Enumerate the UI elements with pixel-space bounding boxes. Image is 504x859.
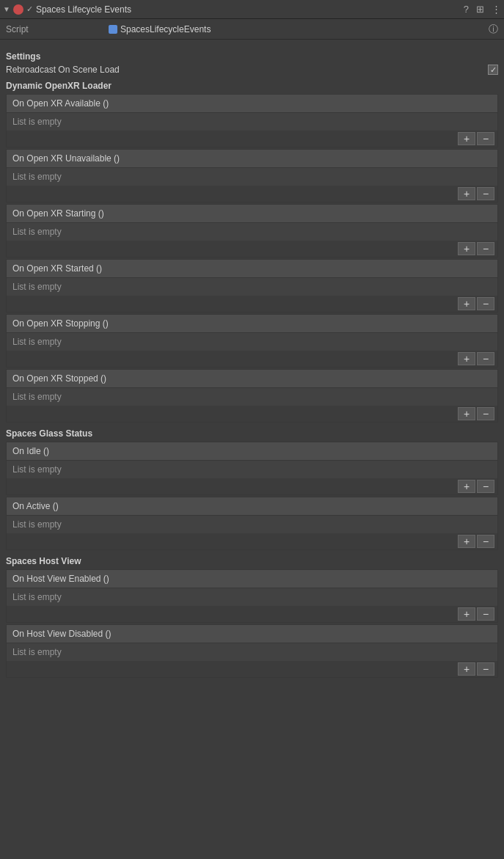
event-empty-on-host-view-enabled: List is empty	[7, 588, 497, 606]
add-button-on-open-xr-starting[interactable]: +	[458, 242, 475, 255]
remove-button-on-host-view-enabled[interactable]: −	[477, 607, 494, 621]
add-button-on-open-xr-stopped[interactable]: +	[458, 407, 475, 420]
event-empty-on-open-xr-stopping: List is empty	[7, 333, 497, 351]
event-controls-on-open-xr-stopped: +−	[7, 406, 497, 422]
event-group-on-open-xr-starting: On Open XR Starting ()List is empty+−	[6, 204, 498, 257]
event-empty-on-open-xr-started: List is empty	[7, 278, 497, 296]
remove-button-on-open-xr-stopped[interactable]: −	[477, 407, 494, 420]
event-controls-on-open-xr-unavailable: +−	[7, 186, 497, 202]
event-empty-on-open-xr-starting: List is empty	[7, 223, 497, 241]
script-name[interactable]: SpacesLifecycleEvents	[120, 24, 211, 34]
event-header-on-idle: On Idle ()	[7, 442, 497, 461]
event-header-on-open-xr-unavailable: On Open XR Unavailable ()	[7, 150, 497, 168]
help-icon[interactable]: ?	[464, 4, 469, 15]
event-header-on-active: On Active ()	[7, 497, 497, 516]
script-row: Script SpacesLifecycleEvents ⓘ	[0, 19, 504, 40]
rebroadcast-checkbox[interactable]	[488, 65, 498, 75]
remove-button-on-open-xr-stopping[interactable]: −	[477, 352, 494, 365]
add-button-on-host-view-enabled[interactable]: +	[458, 607, 475, 621]
event-header-on-open-xr-available: On Open XR Available ()	[7, 95, 497, 113]
event-group-on-open-xr-stopping: On Open XR Stopping ()List is empty+−	[6, 314, 498, 368]
event-header-on-open-xr-started: On Open XR Started ()	[7, 260, 497, 278]
remove-button-on-open-xr-starting[interactable]: −	[477, 242, 494, 255]
event-group-on-open-xr-stopped: On Open XR Stopped ()List is empty+−	[6, 369, 498, 423]
settings-rebroadcast-row: Rebroadcast On Scene Load	[6, 65, 498, 75]
event-empty-on-host-view-disabled: List is empty	[7, 643, 497, 661]
event-header-on-host-view-disabled: On Host View Disabled ()	[7, 625, 497, 643]
event-controls-on-active: +−	[7, 533, 497, 549]
event-empty-on-open-xr-stopped: List is empty	[7, 388, 497, 406]
event-empty-on-active: List is empty	[7, 516, 497, 533]
section-heading-dynamic-openxr-loader: Dynamic OpenXR Loader	[6, 81, 498, 91]
add-button-on-open-xr-unavailable[interactable]: +	[458, 187, 475, 200]
section-heading-spaces-host-view: Spaces Host View	[6, 556, 498, 566]
section-spaces-glass-status: Spaces Glass StatusOn Idle ()List is emp…	[6, 428, 498, 550]
event-group-on-open-xr-unavailable: On Open XR Unavailable ()List is empty+−	[6, 149, 498, 202]
event-empty-on-open-xr-unavailable: List is empty	[7, 168, 497, 186]
event-controls-on-open-xr-stopping: +−	[7, 351, 497, 367]
top-bar-right: ? ⊞ ⋮	[464, 4, 501, 15]
event-group-on-active: On Active ()List is empty+−	[6, 497, 498, 550]
event-controls-on-idle: +−	[7, 478, 497, 494]
add-button-on-open-xr-started[interactable]: +	[458, 297, 475, 310]
event-group-on-open-xr-available: On Open XR Available ()List is empty+−	[6, 94, 498, 147]
section-heading-spaces-glass-status: Spaces Glass Status	[6, 428, 498, 439]
remove-button-on-open-xr-started[interactable]: −	[477, 297, 494, 310]
main-content: Settings Rebroadcast On Scene Load Dynam…	[0, 40, 504, 688]
script-info-icon[interactable]: ⓘ	[489, 23, 498, 36]
event-header-on-open-xr-starting: On Open XR Starting ()	[7, 205, 497, 223]
event-empty-on-open-xr-available: List is empty	[7, 113, 497, 131]
section-spaces-host-view: Spaces Host ViewOn Host View Enabled ()L…	[6, 556, 498, 678]
overflow-icon[interactable]: ⋮	[492, 4, 501, 15]
top-bar: ▼ ✓ Spaces Lifecycle Events ? ⊞ ⋮	[0, 0, 504, 19]
event-header-on-host-view-enabled: On Host View Enabled ()	[7, 570, 497, 588]
event-header-on-open-xr-stopped: On Open XR Stopped ()	[7, 370, 497, 388]
add-button-on-open-xr-stopping[interactable]: +	[458, 352, 475, 365]
section-dynamic-openxr-loader: Dynamic OpenXR LoaderOn Open XR Availabl…	[6, 81, 498, 423]
settings-heading: Settings	[6, 51, 498, 62]
event-group-on-idle: On Idle ()List is empty+−	[6, 442, 498, 495]
remove-button-on-open-xr-available[interactable]: −	[477, 132, 494, 145]
remove-button-on-active[interactable]: −	[477, 535, 494, 548]
event-empty-on-idle: List is empty	[7, 461, 497, 478]
rebroadcast-label: Rebroadcast On Scene Load	[6, 65, 488, 75]
top-bar-left: ▼ ✓ Spaces Lifecycle Events	[3, 4, 464, 15]
remove-button-on-host-view-disabled[interactable]: −	[477, 662, 494, 676]
event-header-on-open-xr-stopping: On Open XR Stopping ()	[7, 315, 497, 333]
event-group-on-open-xr-started: On Open XR Started ()List is empty+−	[6, 259, 498, 312]
event-group-on-host-view-enabled: On Host View Enabled ()List is empty+−	[6, 569, 498, 623]
script-label: Script	[6, 24, 109, 34]
script-file-icon	[109, 25, 117, 34]
script-value: SpacesLifecycleEvents	[109, 24, 489, 34]
event-controls-on-open-xr-starting: +−	[7, 241, 497, 257]
add-button-on-host-view-disabled[interactable]: +	[458, 662, 475, 676]
window-title: Spaces Lifecycle Events	[36, 4, 131, 15]
event-controls-on-host-view-disabled: +−	[7, 661, 497, 677]
event-controls-on-open-xr-started: +−	[7, 296, 497, 312]
checkmark-icon[interactable]: ✓	[26, 4, 33, 14]
add-button-on-active[interactable]: +	[458, 535, 475, 548]
dropdown-arrow-icon[interactable]: ▼	[3, 5, 10, 13]
add-button-on-idle[interactable]: +	[458, 480, 475, 493]
sections-container: Dynamic OpenXR LoaderOn Open XR Availabl…	[6, 81, 498, 678]
event-controls-on-open-xr-available: +−	[7, 131, 497, 147]
add-button-on-open-xr-available[interactable]: +	[458, 132, 475, 145]
unity-logo-icon	[13, 4, 23, 15]
layout-icon[interactable]: ⊞	[476, 4, 484, 15]
event-group-on-host-view-disabled: On Host View Disabled ()List is empty+−	[6, 624, 498, 678]
remove-button-on-open-xr-unavailable[interactable]: −	[477, 187, 494, 200]
event-controls-on-host-view-enabled: +−	[7, 606, 497, 622]
remove-button-on-idle[interactable]: −	[477, 480, 494, 493]
